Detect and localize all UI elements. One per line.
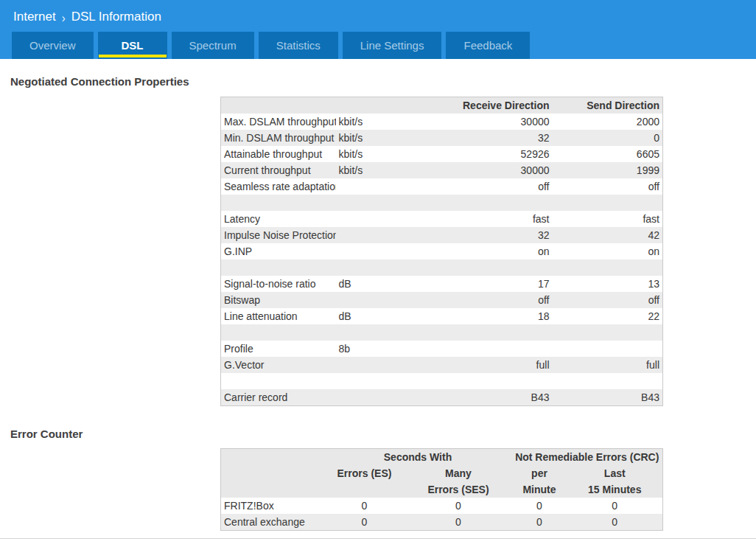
receive-value: fast	[413, 211, 553, 227]
receive-value	[413, 259, 553, 276]
table-header-row: Receive Direction Send Direction	[221, 97, 663, 114]
property-label	[221, 324, 336, 341]
error-value-2: 0	[512, 514, 567, 531]
property-unit: kbit/s	[336, 146, 413, 162]
receive-value	[413, 195, 553, 211]
property-row-min-dslam-throughput: Min. DSLAM throughputkbit/s320	[221, 130, 663, 146]
error-value-3: 0	[567, 514, 663, 531]
property-row-carrier-record: Carrier record B43B43	[221, 389, 663, 406]
property-unit	[336, 211, 413, 227]
header-bar: Internet › DSL Information OverviewDSLSp…	[0, 0, 756, 59]
send-value: 6605	[553, 146, 663, 162]
property-unit: dB	[336, 276, 413, 292]
error-col-header-empty	[324, 481, 405, 498]
error-row-fritz-box: FRITZ!Box0000	[221, 498, 663, 514]
property-row-seamless-rate-adaptation: Seamless rate adaptation offoff	[221, 178, 663, 195]
spacer-row	[221, 324, 663, 341]
property-label	[221, 195, 336, 211]
tab-statistics[interactable]: Statistics	[259, 32, 338, 59]
col-header-15-minutes: 15 Minutes	[567, 481, 663, 498]
breadcrumb: Internet › DSL Information	[0, 0, 756, 32]
col-header-many: Many	[405, 465, 512, 481]
property-unit	[336, 195, 413, 211]
error-value-3: 0	[567, 498, 663, 514]
error-col-header-empty	[221, 481, 324, 498]
property-unit	[336, 389, 413, 406]
receive-value	[413, 324, 553, 341]
send-value: on	[553, 243, 663, 259]
tab-spectrum[interactable]: Spectrum	[172, 32, 254, 59]
property-row-g-vector: G.Vector fullfull	[221, 357, 663, 373]
receive-value: 17	[413, 276, 553, 292]
error-row-label: FRITZ!Box	[221, 498, 324, 514]
tab-overview[interactable]: Overview	[12, 32, 94, 59]
receive-value: 32	[413, 130, 553, 146]
receive-value	[413, 373, 553, 389]
section-title-negotiated-connection-properties: Negotiated Connection Properties	[10, 75, 756, 88]
tab-feedback[interactable]: Feedback	[446, 32, 530, 59]
receive-value	[413, 341, 553, 357]
send-value: off	[553, 292, 663, 308]
spacer-row	[221, 195, 663, 211]
property-unit	[336, 324, 413, 341]
spacer-row	[221, 373, 663, 389]
send-value: 2000	[553, 114, 663, 130]
property-row-line-attenuation: Line attenuationdB1822	[221, 308, 663, 324]
breadcrumb-page: DSL Information	[71, 10, 161, 24]
property-unit	[336, 292, 413, 308]
receive-value: B43	[413, 389, 553, 406]
tab-dsl[interactable]: DSL	[98, 32, 167, 59]
error-value-1: 0	[405, 498, 512, 514]
receive-value: off	[413, 292, 553, 308]
send-value: 13	[553, 276, 663, 292]
col-header-property	[221, 97, 336, 114]
negotiated-properties-body: Max. DSLAM throughputkbit/s300002000Min.…	[221, 114, 663, 406]
property-unit: kbit/s	[336, 162, 413, 178]
property-row-max-dslam-throughput: Max. DSLAM throughputkbit/s300002000	[221, 114, 663, 130]
receive-value: on	[413, 243, 553, 259]
bottom-divider	[0, 538, 756, 539]
send-value: 22	[553, 308, 663, 324]
property-label: Profile	[221, 341, 336, 357]
tab-line-settings[interactable]: Line Settings	[343, 32, 442, 59]
property-label: Bitswap	[221, 292, 336, 308]
error-counter-body: FRITZ!Box0000Central exchange0000	[221, 498, 663, 531]
property-row-g-inp: G.INP onon	[221, 243, 663, 259]
receive-value: full	[413, 357, 553, 373]
col-header-minute: Minute	[512, 481, 567, 498]
property-label: Latency	[221, 211, 336, 227]
col-header-receive-direction: Receive Direction	[413, 97, 553, 114]
error-value-2: 0	[512, 498, 567, 514]
error-header-row-line3: Errors (SES) Minute 15 Minutes	[221, 481, 663, 498]
property-label: Carrier record	[221, 389, 336, 406]
spacer-row	[221, 259, 663, 276]
chevron-right-icon: ›	[62, 10, 66, 24]
error-row-label: Central exchange	[221, 514, 324, 531]
property-label	[221, 259, 336, 276]
property-row-signal-to-noise-ratio: Signal-to-noise ratiodB1713	[221, 276, 663, 292]
error-counter-table: Seconds With Not Remediable Errors (CRC)…	[220, 448, 663, 531]
property-unit	[336, 178, 413, 195]
error-value-0: 0	[324, 514, 405, 531]
property-label: Min. DSLAM throughput	[221, 130, 336, 146]
group-header-seconds-with: Seconds With	[324, 449, 512, 466]
send-value: 0	[553, 130, 663, 146]
property-unit	[336, 243, 413, 259]
col-header-per: per	[512, 465, 567, 481]
property-unit: kbit/s	[336, 130, 413, 146]
property-row-profile: Profile8b	[221, 341, 663, 357]
property-label	[221, 373, 336, 389]
property-unit: kbit/s	[336, 114, 413, 130]
negotiated-properties-table: Receive Direction Send Direction Max. DS…	[220, 97, 663, 406]
send-value: 42	[553, 227, 663, 243]
send-value: full	[553, 357, 663, 373]
breadcrumb-section[interactable]: Internet	[13, 10, 56, 24]
property-label: G.Vector	[221, 357, 336, 373]
property-row-attainable-throughput: Attainable throughputkbit/s529266605	[221, 146, 663, 162]
tab-bar: OverviewDSLSpectrumStatisticsLine Settin…	[0, 32, 756, 59]
col-header-unit	[336, 97, 413, 114]
receive-value: 18	[413, 308, 553, 324]
receive-value: 30000	[413, 162, 553, 178]
property-label: Seamless rate adaptation	[221, 178, 336, 195]
error-col-header-empty	[221, 449, 324, 466]
